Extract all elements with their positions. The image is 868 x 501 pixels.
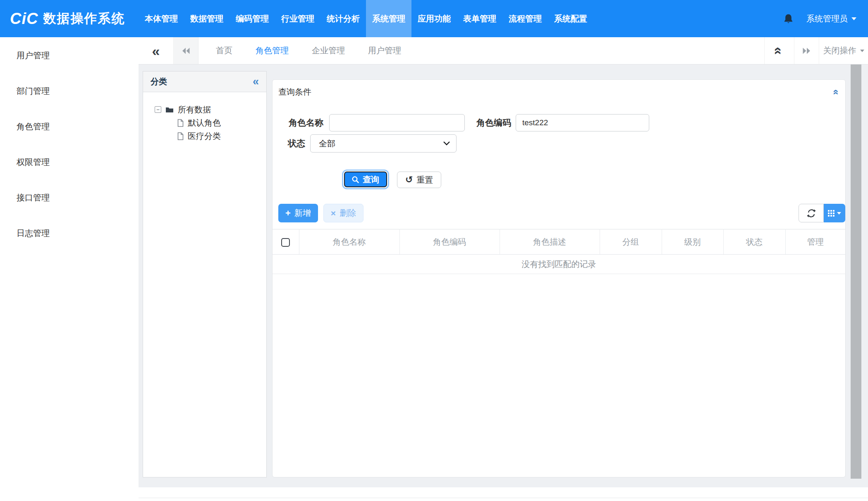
menu-item-ontology[interactable]: 本体管理	[139, 0, 184, 37]
collapse-node-icon[interactable]: −	[155, 106, 161, 113]
navbar-right: 系统管理员	[784, 0, 868, 37]
role-name-input[interactable]	[329, 114, 465, 131]
column-header-level: 级别	[662, 229, 723, 255]
collapse-sidebar-button[interactable]: «	[139, 37, 174, 64]
search-icon	[352, 176, 359, 183]
delete-button-label: 删除	[340, 208, 356, 219]
status-select[interactable]: 全部	[310, 134, 457, 153]
query-form-row-1: 角色名称 角色编码	[278, 114, 845, 131]
user-menu[interactable]: 系统管理员	[806, 13, 856, 24]
category-panel-title: 分类	[151, 76, 167, 87]
tree-node-label: 默认角色	[188, 117, 221, 129]
category-tree: − 所有数据 默认角色	[143, 92, 266, 143]
status-select-value: 全部	[319, 138, 335, 149]
columns-button[interactable]	[824, 204, 845, 222]
sidebar-item-departments[interactable]: 部门管理	[0, 73, 139, 109]
refresh-icon	[807, 209, 816, 217]
app-title: 数据操作系统	[43, 10, 125, 27]
content-area: 分类 « − 所有数据 默认角色	[139, 64, 868, 487]
refresh-button[interactable]	[799, 204, 824, 222]
column-header-status: 状态	[723, 229, 785, 255]
collapse-category-panel-icon[interactable]: «	[253, 76, 259, 87]
select-all-checkbox[interactable]	[281, 238, 290, 247]
close-icon: ×	[331, 209, 336, 217]
empty-message: 没有找到匹配的记录	[273, 255, 845, 274]
rewind-icon	[182, 48, 190, 54]
sidebar-item-logs[interactable]: 日志管理	[0, 215, 139, 251]
category-panel: 分类 « − 所有数据 默认角色	[143, 71, 267, 477]
column-header-role-description: 角色描述	[500, 229, 600, 255]
top-navbar: CiC 数据操作系统 本体管理 数据管理 编码管理 行业管理 统计分析 系统管理…	[0, 0, 868, 37]
chevron-down-icon	[851, 17, 856, 20]
sidebar-item-users[interactable]: 用户管理	[0, 38, 139, 73]
open-tabs: 首页 角色管理 企业管理 用户管理	[204, 37, 413, 64]
folder-icon	[165, 107, 174, 113]
tree-node-label: 所有数据	[178, 104, 211, 115]
column-header-manage: 管理	[785, 229, 845, 255]
tree-node-default-roles[interactable]: 默认角色	[177, 116, 266, 129]
grid-icon	[828, 210, 835, 217]
column-header-role-code: 角色编码	[399, 229, 500, 255]
menu-item-application[interactable]: 应用功能	[411, 0, 457, 37]
select-chevron-down-icon	[443, 141, 450, 146]
logo-mark: CiC	[10, 10, 38, 28]
scroll-tabs-left-button[interactable]	[174, 37, 198, 64]
document-icon	[177, 119, 184, 127]
page: CiC 数据操作系统 本体管理 数据管理 编码管理 行业管理 统计分析 系统管理…	[0, 0, 868, 501]
table-empty-row: 没有找到匹配的记录	[273, 255, 845, 274]
tab-user-management[interactable]: 用户管理	[356, 37, 413, 64]
query-form-row-2: 状态 全部	[278, 134, 845, 153]
query-buttons-row: 查询 ↺ 重置	[344, 172, 845, 188]
menu-item-system[interactable]: 系统管理	[366, 0, 411, 37]
main-menu: 本体管理 数据管理 编码管理 行业管理 统计分析 系统管理 应用功能 表单管理 …	[139, 0, 593, 37]
role-name-label: 角色名称	[278, 117, 323, 129]
app-logo: CiC 数据操作系统	[0, 0, 139, 37]
table-options-group	[799, 204, 845, 222]
menu-item-statistics[interactable]: 统计分析	[320, 0, 366, 37]
tree-node-label: 医疗分类	[188, 131, 221, 142]
vertical-scrollbar-thumb[interactable]	[851, 64, 861, 479]
table-header-row: 角色名称 角色编码 角色描述 分组 级别 状态 管理	[273, 229, 845, 255]
double-chevron-left-icon: «	[152, 44, 160, 58]
column-header-group: 分组	[600, 229, 662, 255]
menu-item-data[interactable]: 数据管理	[184, 0, 230, 37]
reset-button[interactable]: ↺ 重置	[397, 172, 441, 188]
chevron-down-icon	[860, 50, 864, 52]
role-code-label: 角色编码	[465, 117, 511, 129]
sidebar-item-interfaces[interactable]: 接口管理	[0, 180, 139, 215]
close-operations-dropdown[interactable]: 关闭操作	[819, 37, 868, 64]
sidebar-item-permissions[interactable]: 权限管理	[0, 144, 139, 180]
menu-item-workflow[interactable]: 流程管理	[502, 0, 548, 37]
search-button-label: 查询	[363, 174, 379, 185]
tabbar-right: « 关闭操作	[764, 37, 868, 64]
role-management-panel: 查询条件 « 角色名称 角色编码 状态 全部	[272, 79, 846, 477]
role-code-input[interactable]	[516, 114, 649, 131]
close-operations-label: 关闭操作	[823, 45, 856, 56]
notification-bell-icon[interactable]	[784, 14, 793, 24]
status-label: 状态	[278, 138, 305, 149]
menu-item-config[interactable]: 系统配置	[548, 0, 593, 37]
double-chevron-up-icon: «	[772, 47, 786, 55]
query-section-header: 查询条件 «	[278, 86, 839, 98]
column-header-role-name: 角色名称	[299, 229, 399, 255]
sidebar-item-roles[interactable]: 角色管理	[0, 109, 139, 144]
menu-item-industry[interactable]: 行业管理	[275, 0, 320, 37]
delete-button[interactable]: × 删除	[323, 204, 363, 222]
select-all-header-cell	[273, 229, 299, 255]
menu-item-coding[interactable]: 编码管理	[230, 0, 275, 37]
scroll-tabs-right-button[interactable]	[794, 37, 819, 64]
menu-item-forms[interactable]: 表单管理	[457, 0, 502, 37]
tab-enterprise-management[interactable]: 企业管理	[300, 37, 356, 64]
tab-bar: « 首页 角色管理 企业管理 用户管理 « 关闭操作	[139, 37, 868, 64]
add-button[interactable]: + 新增	[278, 204, 318, 222]
search-button[interactable]: 查询	[344, 172, 387, 187]
tab-role-management[interactable]: 角色管理	[244, 37, 300, 64]
tree-node-all-data[interactable]: − 所有数据	[155, 103, 266, 116]
roles-table: 角色名称 角色编码 角色描述 分组 级别 状态 管理 没有找到匹配的记录	[273, 229, 845, 274]
collapse-query-section-icon[interactable]: «	[831, 89, 841, 95]
tree-node-medical-category[interactable]: 医疗分类	[177, 129, 266, 143]
add-button-label: 新增	[294, 208, 311, 219]
tab-home[interactable]: 首页	[204, 37, 244, 64]
collapse-tabbar-button[interactable]: «	[764, 37, 794, 64]
document-icon	[177, 132, 184, 140]
